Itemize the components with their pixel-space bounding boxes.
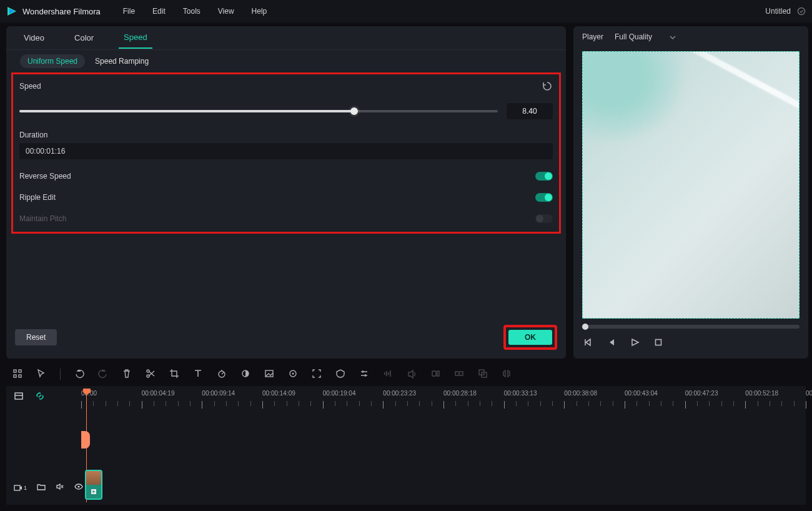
duration-field[interactable]: 00:00:01:16 (19, 143, 553, 159)
audio-mix-icon[interactable] (383, 369, 393, 380)
playback-quality-value: Full Quality (615, 32, 652, 41)
svg-rect-4 (14, 370, 16, 372)
player-panel: Player Full Quality (573, 26, 808, 359)
reverse-speed-toggle[interactable] (535, 172, 553, 181)
reset-button[interactable]: Reset (15, 329, 57, 345)
menu-view[interactable]: View (218, 7, 234, 16)
svg-rect-7 (19, 375, 21, 377)
menu-tools[interactable]: Tools (183, 7, 201, 16)
svg-rect-22 (14, 485, 20, 490)
main-menu: File Edit Tools View Help (123, 7, 267, 16)
cursor-icon[interactable] (36, 369, 46, 380)
mute-track-icon[interactable] (56, 482, 64, 493)
layout-icon[interactable] (12, 369, 22, 380)
ripple-edit-label: Ripple Edit (19, 193, 56, 202)
mask-icon[interactable] (335, 369, 345, 380)
app-logo (6, 6, 17, 17)
ruler-label: 00:00:23:23 (383, 390, 416, 397)
player-scrubber[interactable] (582, 325, 800, 329)
tab-video[interactable]: Video (19, 27, 49, 48)
green-screen-icon[interactable] (264, 369, 274, 380)
app-name: Wondershare Filmora (22, 7, 101, 16)
inspector-tabs: Video Color Speed (6, 26, 566, 50)
time-ruler[interactable]: 00:0000:00:04:1900:00:09:1400:00:14:0900… (81, 390, 806, 410)
speed-settings-highlight: Speed 8.40 Duration 00:00:01:16 Reverse … (11, 72, 561, 234)
marker-clip[interactable] (81, 431, 90, 449)
folder-icon[interactable] (37, 482, 46, 493)
ruler-label: 00:00:09:14 (202, 390, 235, 397)
svg-point-8 (147, 375, 149, 377)
ruler-label: 00:00:28:18 (443, 390, 477, 397)
redo-icon[interactable] (98, 369, 108, 380)
ruler-label: 00:00:52:18 (745, 390, 778, 397)
visibility-icon[interactable] (74, 482, 83, 493)
inspector-panel: Video Color Speed Uniform Speed Speed Ra… (6, 26, 566, 359)
svg-rect-5 (19, 370, 21, 372)
speed-icon[interactable] (217, 369, 227, 380)
menu-file[interactable]: File (123, 7, 135, 16)
ok-highlight: OK (503, 325, 557, 350)
playback-quality-dropdown[interactable]: Full Quality (615, 32, 676, 41)
svg-point-2 (798, 8, 805, 15)
subtab-speed-ramping[interactable]: Speed Ramping (95, 57, 149, 66)
tab-speed[interactable]: Speed (119, 27, 152, 49)
keyframe-icon[interactable] (288, 369, 298, 380)
ripple-edit-toggle[interactable] (535, 193, 553, 202)
speed-value[interactable]: 8.40 (507, 103, 553, 119)
marker-icon[interactable] (454, 369, 464, 380)
split-icon[interactable] (146, 369, 156, 380)
ok-button[interactable]: OK (508, 330, 552, 345)
timeline-toolbar (6, 365, 806, 384)
audio-sync-icon[interactable] (502, 369, 512, 380)
video-preview[interactable] (582, 51, 800, 319)
stop-icon[interactable] (653, 337, 663, 349)
ruler-label: 00:00:19:04 (323, 390, 356, 397)
speed-slider-thumb[interactable] (350, 107, 358, 115)
ruler-label: 00:00:43:04 (625, 390, 658, 397)
svg-rect-15 (432, 371, 436, 376)
speed-label: Speed (19, 82, 41, 91)
tab-color[interactable]: Color (69, 27, 99, 48)
svg-rect-21 (15, 393, 22, 399)
timeline-options-icon[interactable] (14, 391, 24, 403)
player-scrubber-thumb[interactable] (582, 324, 588, 330)
track-video-icon[interactable]: 1 (14, 484, 27, 492)
ruler-label: 00:00:47:23 (685, 390, 718, 397)
focus-icon[interactable] (312, 369, 322, 380)
step-back-icon[interactable] (606, 337, 616, 349)
svg-rect-3 (656, 340, 661, 345)
maintain-pitch-toggle (535, 214, 553, 223)
chevron-down-icon (670, 34, 676, 40)
subtab-uniform-speed[interactable]: Uniform Speed (20, 54, 85, 68)
reverse-speed-label: Reverse Speed (19, 172, 71, 181)
delete-icon[interactable] (122, 369, 132, 380)
group-icon[interactable] (478, 369, 488, 380)
video-clip[interactable] (85, 470, 102, 500)
duration-label: Duration (19, 131, 553, 139)
detach-audio-icon[interactable] (407, 369, 417, 380)
prev-frame-icon[interactable] (582, 337, 592, 349)
maintain-pitch-label: Maintain Pitch (19, 214, 66, 223)
text-icon[interactable] (193, 369, 203, 380)
play-icon[interactable] (630, 337, 640, 349)
speed-slider[interactable] (19, 110, 498, 112)
ruler-label: 00:00:57:13 (806, 390, 812, 397)
svg-point-9 (147, 370, 149, 372)
ruler-label: 00:00:04:19 (142, 390, 175, 397)
svg-rect-16 (437, 371, 439, 376)
ruler-label: 00:00:33:13 (504, 390, 537, 397)
crop-icon[interactable] (169, 369, 179, 380)
color-match-icon[interactable] (240, 369, 250, 380)
adjust-icon[interactable] (359, 369, 369, 380)
undo-icon[interactable] (74, 369, 84, 380)
timeline[interactable]: 00:0000:00:04:1900:00:09:1400:00:14:0900… (6, 386, 806, 505)
link-icon[interactable] (35, 391, 45, 403)
menu-edit[interactable]: Edit (152, 7, 166, 16)
record-vo-icon[interactable] (430, 369, 440, 380)
reset-speed-icon[interactable] (542, 81, 553, 92)
menu-help[interactable]: Help (252, 7, 267, 16)
player-label: Player (582, 32, 603, 41)
cloud-sync-icon[interactable] (797, 7, 806, 16)
svg-point-18 (458, 372, 460, 374)
clip-play-icon (91, 489, 97, 495)
